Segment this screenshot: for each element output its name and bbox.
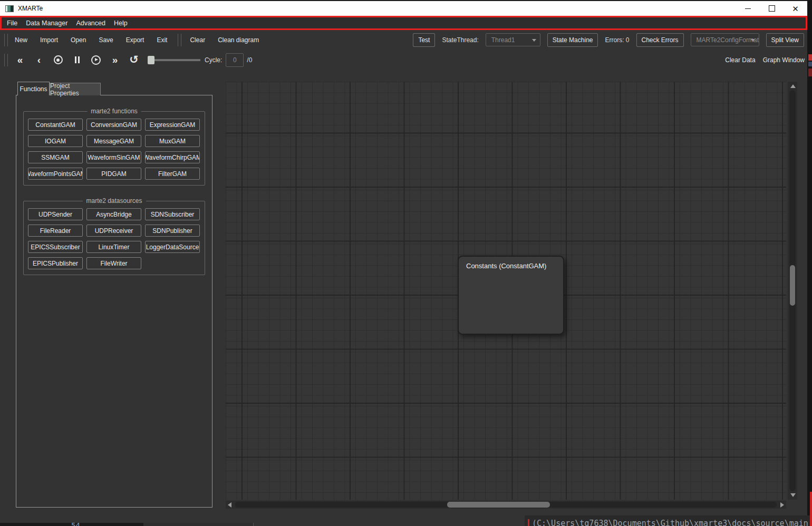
- config-format-select[interactable]: MARTe2ConfigFormat: [691, 33, 759, 46]
- clean-diagram-button[interactable]: Clean diagram: [211, 36, 265, 44]
- state-thread-value: Thread1: [491, 36, 515, 44]
- datasource-button-epicssubscriber[interactable]: EPICSSubscriber: [28, 241, 83, 253]
- menu-bar: File Data Manager Advanced Help: [0, 16, 807, 30]
- export-button[interactable]: Export: [120, 36, 151, 44]
- menu-data-manager[interactable]: Data Manager: [22, 20, 72, 27]
- exit-button[interactable]: Exit: [150, 36, 173, 44]
- tab-functions[interactable]: Functions: [17, 82, 50, 95]
- taskbar-number: 54: [71, 521, 80, 526]
- datasource-button-filereader[interactable]: FileReader: [28, 225, 83, 237]
- background-fragment: [808, 62, 812, 66]
- function-button-waveformchirpgam[interactable]: WaveformChirpGAM: [145, 151, 200, 163]
- datasource-button-sdnsubscriber[interactable]: SDNSubscriber: [145, 208, 200, 220]
- function-button-muxgam[interactable]: MuxGAM: [145, 135, 200, 147]
- datasource-button-sdnpublisher[interactable]: SDNPublisher: [145, 225, 200, 237]
- function-button-waveformpointsgam[interactable]: WaveformPointsGAM: [28, 168, 83, 180]
- slider-handle[interactable]: [148, 56, 154, 64]
- background-fragment: [808, 69, 812, 76]
- close-button[interactable]: ✕: [784, 1, 807, 16]
- function-button-expressiongam[interactable]: ExpressionGAM: [145, 119, 200, 131]
- reset-button[interactable]: ↺: [124, 54, 143, 65]
- sidebar: Functions Project Properties marte2 func…: [16, 82, 212, 508]
- menu-file[interactable]: File: [3, 20, 22, 27]
- save-button[interactable]: Save: [92, 36, 119, 44]
- config-format-value: MARTe2ConfigFormat: [697, 36, 759, 44]
- function-button-filtergam[interactable]: FilterGAM: [145, 168, 200, 180]
- datasource-button-asyncbridge[interactable]: AsyncBridge: [86, 208, 141, 220]
- cycle-input[interactable]: [226, 53, 244, 67]
- state-thread-select[interactable]: Thread1: [486, 33, 540, 46]
- functions-group: marte2 functions ConstantGAM ConversionG…: [23, 111, 205, 186]
- vertical-scroll-thumb[interactable]: [790, 265, 795, 306]
- function-button-ssmgam[interactable]: SSMGAM: [28, 151, 83, 163]
- test-button[interactable]: Test: [413, 33, 435, 47]
- chevron-down-icon: [751, 39, 755, 42]
- menu-help[interactable]: Help: [110, 20, 132, 27]
- function-button-messagegam[interactable]: MessageGAM: [86, 135, 141, 147]
- datasource-button-loggerdatasource[interactable]: LoggerDataSource: [145, 241, 200, 253]
- background-fragment: [808, 54, 812, 61]
- datasource-button-linuxtimer[interactable]: LinuxTimer: [86, 241, 141, 253]
- console-path-text: (C:\Users\tq7638\Documents\Github\xmarte…: [532, 519, 812, 526]
- pause-icon: [75, 56, 80, 63]
- scroll-left-icon[interactable]: [228, 502, 231, 508]
- functions-pane: marte2 functions ConstantGAM ConversionG…: [16, 95, 212, 508]
- tab-project-properties[interactable]: Project Properties: [50, 83, 101, 95]
- skip-back-button[interactable]: «: [11, 55, 30, 65]
- datasource-button-udpsender[interactable]: UDPSender: [28, 208, 83, 220]
- play-icon: [91, 55, 101, 65]
- datasources-group-title: marte2 datasources: [82, 197, 146, 204]
- cycle-slider[interactable]: [148, 55, 200, 65]
- state-machine-button[interactable]: State Machine: [547, 33, 598, 47]
- graph-window-button[interactable]: Graph Window: [763, 56, 805, 64]
- skip-forward-button[interactable]: »: [105, 55, 124, 65]
- record-button[interactable]: [49, 55, 67, 64]
- function-button-constantgam[interactable]: ConstantGAM: [28, 119, 83, 131]
- function-button-iogam[interactable]: IOGAM: [28, 135, 83, 147]
- cycle-label: Cycle:: [205, 56, 222, 64]
- scroll-right-icon[interactable]: [780, 502, 784, 508]
- clear-data-button[interactable]: Clear Data: [725, 56, 755, 64]
- play-button[interactable]: [86, 55, 105, 65]
- background-red-line: [810, 492, 812, 526]
- check-errors-button[interactable]: Check Errors: [636, 33, 684, 47]
- close-icon: ✕: [792, 5, 799, 13]
- pause-button[interactable]: [67, 56, 86, 63]
- scroll-down-icon[interactable]: [790, 493, 796, 497]
- toolbar-grip[interactable]: [4, 34, 8, 46]
- menu-advanced[interactable]: Advanced: [72, 20, 110, 27]
- toolbar-grip[interactable]: [178, 34, 181, 46]
- state-thread-label: StateThread:: [442, 36, 478, 44]
- datasource-button-filewriter[interactable]: FileWriter: [86, 257, 141, 269]
- scroll-up-icon[interactable]: [790, 84, 796, 88]
- datasource-button-udpreceiver[interactable]: UDPReceiver: [86, 225, 141, 237]
- function-button-pidgam[interactable]: PIDGAM: [86, 168, 141, 180]
- diagram-canvas[interactable]: Constants (ConstantGAM): [226, 82, 786, 500]
- function-button-conversiongam[interactable]: ConversionGAM: [86, 119, 141, 131]
- slider-groove: [149, 59, 200, 61]
- background-fragment: [143, 523, 254, 526]
- window-title: XMARTe: [18, 5, 43, 12]
- minimize-button[interactable]: [736, 1, 760, 16]
- vertical-scrollbar[interactable]: [788, 82, 797, 500]
- step-back-icon: ‹: [37, 55, 41, 65]
- toolbar-grip[interactable]: [4, 54, 8, 66]
- horizontal-scroll-thumb[interactable]: [447, 502, 550, 508]
- import-button[interactable]: Import: [34, 36, 64, 44]
- function-button-waveformsingam[interactable]: WaveformSinGAM: [86, 151, 141, 163]
- clear-button[interactable]: Clear: [183, 36, 211, 44]
- minimize-icon: [745, 8, 751, 9]
- datasource-button-epicspublisher[interactable]: EPICSPublisher: [28, 257, 83, 269]
- cycle-total-label: /0: [247, 56, 252, 64]
- split-view-button[interactable]: Split View: [766, 33, 804, 47]
- background-console-strip: (C:\Users\tq7638\Documents\Github\xmarte…: [525, 515, 812, 526]
- console-cursor-mark: [528, 519, 529, 526]
- maximize-button[interactable]: [760, 1, 784, 16]
- step-back-button[interactable]: ‹: [30, 55, 49, 65]
- horizontal-scrollbar[interactable]: [226, 501, 786, 509]
- node-title: Constants (ConstantGAM): [459, 257, 563, 270]
- open-button[interactable]: Open: [64, 36, 92, 44]
- title-bar: XMARTe ✕: [0, 0, 807, 16]
- new-button[interactable]: New: [8, 36, 34, 44]
- constants-node[interactable]: Constants (ConstantGAM): [458, 256, 564, 335]
